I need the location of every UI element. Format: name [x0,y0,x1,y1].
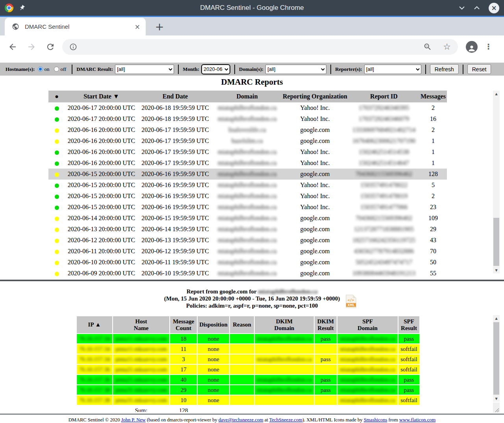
status-dot-icon [55,128,59,133]
redacted-text: 150357491478022 [360,182,408,188]
status-dot-icon [55,250,59,254]
scroll-down-button[interactable]: ▼ [493,267,500,273]
detail-cell-host: pmta21.mksavvy.com [113,364,170,375]
detail-column-header[interactable]: SPF Domain [337,316,398,334]
detail-cell-spf_result: softfail [398,395,419,405]
site-info-icon[interactable] [69,43,77,51]
window-minimize-icon[interactable] [459,6,465,10]
reports-column-header[interactable]: ● [48,91,65,102]
report-row[interactable]: 2020-06-09 20:00:00 UTC2020-06-10 19:59:… [48,268,447,279]
detail-column-header[interactable]: Message Count [170,316,197,334]
detail-row: 76.10.157.36pmta21.mksavvy.com40nonemiat… [76,375,419,385]
report-row[interactable]: 2020-06-16 20:00:00 UTC2020-06-17 19:59:… [48,124,447,135]
redacted-text: pmta31.mksavvy.com [115,387,167,393]
report-row[interactable]: 2020-06-17 20:00:00 UTC2020-06-18 19:59:… [48,102,447,113]
status-dot-icon [55,173,59,177]
report-row[interactable]: 2020-06-15 20:00:00 UTC2020-06-16 19:59:… [48,202,447,213]
back-button-icon[interactable] [8,42,17,52]
refresh-button[interactable]: Refresh [430,64,459,74]
report-row[interactable]: 2020-06-10 20:00:00 UTC2020-06-11 19:59:… [48,257,447,268]
report-row[interactable]: 2020-06-16 20:00:00 UTC2020-06-17 19:59:… [48,147,447,158]
cell-report_id: 150357491478019 [348,191,419,202]
reports-column-header[interactable]: Reporting Organization [282,91,348,102]
reports-scrollbar[interactable]: ▲ ▼ [493,91,500,273]
xml-download-icon[interactable]: </> XML [346,295,356,308]
report-row[interactable]: 2020-06-15 20:00:00 UTC2020-06-16 19:59:… [48,191,447,202]
cell-status [48,235,65,246]
detail-cell-disposition: none [197,354,230,364]
detail-column-header[interactable]: SPF Result [398,316,419,334]
report-row[interactable]: 2020-06-16 20:00:00 UTC2020-06-17 19:59:… [48,158,447,169]
zoom-out-icon[interactable] [423,43,432,51]
scrollbar-thumb[interactable] [493,322,499,395]
new-tab-button[interactable]: + [153,18,166,35]
redacted-text: 76.10.157.36 [79,377,110,383]
hostname-off-radio[interactable] [54,67,59,72]
tab-close-button[interactable]: × [135,23,140,31]
detail-cell-spf_result: pass [398,334,419,344]
domain-select[interactable]: [all] [265,65,326,74]
cell-end: 2020-06-12 19:59:59 UTC [138,246,213,257]
redacted-text: 10938084465948191213 [352,270,415,276]
scrollbar-thumb[interactable] [493,218,499,266]
footer-link[interactable]: Smashicons [364,417,387,423]
bookmark-star-icon[interactable]: ☆ [443,43,451,51]
month-select[interactable]: 2020-06 [201,64,230,74]
report-row[interactable]: 2020-06-14 20:00:00 UTC2020-06-15 19:59:… [48,213,447,224]
report-row[interactable]: 2020-06-12 20:00:00 UTC2020-06-13 19:59:… [48,235,447,246]
report-row[interactable]: 2020-06-13 20:00:00 UTC2020-06-14 19:59:… [48,224,447,235]
hostname-on-radio[interactable] [38,67,43,72]
report-row[interactable]: 2020-06-15 20:00:00 UTC2020-06-16 19:59:… [48,169,447,180]
footer-link[interactable]: John P. New [121,417,146,423]
browser-tab-dmarc-sentinel[interactable]: DMARC Sentinel × [5,18,146,35]
report-row[interactable]: 2020-06-17 20:00:00 UTC2020-06-18 19:59:… [48,113,447,124]
reset-button[interactable]: Reset [467,64,491,74]
profile-avatar[interactable] [466,41,478,53]
dmarc-result-select[interactable]: [all] [115,65,174,74]
resize-grip[interactable] [493,403,500,413]
detail-cell-dkim_result [314,395,337,405]
reports-column-header[interactable]: Report ID [348,91,419,102]
footer-text-segment: from [387,417,399,423]
address-bar[interactable]: ☆ [62,39,458,55]
footer-link[interactable]: www.flaticon.com [399,417,435,423]
window-titlebar: DMARC Sentinel - Google Chrome × [0,0,504,16]
status-dot-icon [55,117,59,122]
detail-cell-dkim_result: pass [314,375,337,385]
forward-button-icon[interactable] [27,42,36,52]
cell-domain: miataphilbroflondon.ca [213,113,282,124]
window-close-button[interactable]: × [489,3,499,13]
redacted-text: 4365627787914832886 [354,248,414,254]
reports-column-header[interactable]: Start Date ▼ [65,91,138,102]
pin-icon[interactable] [18,4,26,12]
scroll-up-button[interactable]: ▲ [493,91,500,97]
reports-column-header[interactable]: Domain [213,91,282,102]
report-policies: Policies: adkim=r, aspf=r, p=none, sp=no… [0,302,504,309]
detail-column-header[interactable]: Disposition [197,316,230,334]
detail-column-header[interactable]: Host Name [113,316,170,334]
reporter-select[interactable]: [all] [364,65,421,74]
footer-link[interactable]: dave@techsneeze.com [219,417,263,423]
detail-column-header[interactable]: DKIM Domain [254,316,314,334]
report-row[interactable]: 2020-06-16 20:00:00 UTC2020-06-17 19:59:… [48,135,447,147]
report-row[interactable]: 2020-06-15 20:00:00 UTC2020-06-16 19:59:… [48,180,447,191]
detail-scrollbar[interactable]: ▲ ▼ [493,315,500,402]
cell-end: 2020-06-17 19:59:59 UTC [138,124,213,135]
reports-column-header[interactable]: End Date [138,91,213,102]
cell-org: Yahoo! Inc. [282,158,348,169]
cell-messages: 2 [419,102,447,113]
scroll-down-button[interactable]: ▼ [493,395,500,402]
menu-icon[interactable]: ⋮ [485,43,492,50]
detail-column-header[interactable]: DKIM Result [314,316,337,334]
window-maximize-icon[interactable] [474,6,480,10]
detail-cell-dkim_result: pass [314,334,337,344]
detail-column-header[interactable]: Reason [230,316,254,334]
cell-messages: 128 [419,169,447,180]
footer-link[interactable]: TechSneeze.com [269,417,302,423]
reports-column-header[interactable]: Messages [419,91,447,102]
detail-column-header[interactable]: IP ▲ [76,316,113,334]
report-row[interactable]: 2020-06-11 20:00:00 UTC2020-06-12 19:59:… [48,246,447,257]
reload-button-icon[interactable] [46,42,55,52]
scroll-up-button[interactable]: ▲ [493,315,500,321]
detail-cell-reason [230,364,254,375]
